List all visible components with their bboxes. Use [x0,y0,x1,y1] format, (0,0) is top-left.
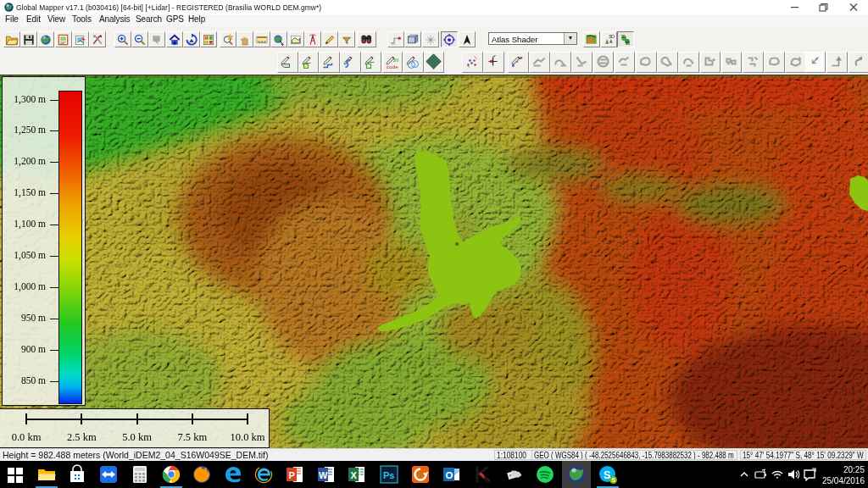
svg-text:P: P [289,470,295,480]
svg-text:S: S [611,476,615,484]
svg-text:30: 30 [620,35,626,39]
svg-text:10: 10 [626,41,631,45]
svg-text:code: code [386,64,398,70]
svg-text:X: X [351,470,358,480]
svg-text:W: W [319,470,328,480]
svg-text:Ps: Ps [383,470,394,480]
svg-text:O: O [446,470,453,480]
svg-text:3N: 3N [392,58,398,63]
svg-text:3D: 3D [609,34,615,39]
